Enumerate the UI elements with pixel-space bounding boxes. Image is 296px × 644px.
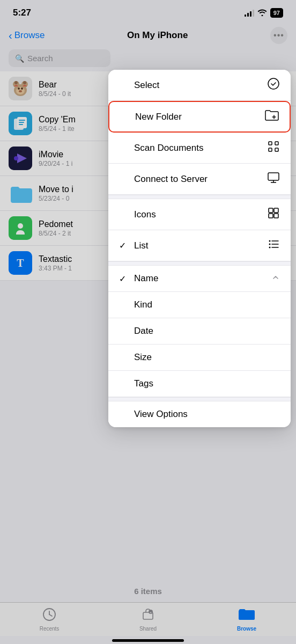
context-menu: Select New Folder Scan Documents xyxy=(108,70,291,427)
svg-rect-33 xyxy=(269,208,273,213)
menu-item-scan[interactable]: Scan Documents xyxy=(108,133,291,164)
menu-item-date[interactable]: Date xyxy=(108,318,291,345)
grid-icon xyxy=(267,207,280,222)
menu-label-size: Size xyxy=(134,352,152,363)
menu-label-select: Select xyxy=(134,80,159,91)
sort-chevron-icon xyxy=(271,273,280,284)
svg-point-40 xyxy=(269,240,271,242)
svg-point-23 xyxy=(268,78,279,89)
server-icon xyxy=(267,171,280,187)
svg-point-41 xyxy=(269,244,271,245)
menu-item-list[interactable]: ✓ List xyxy=(108,230,291,261)
menu-label-tags: Tags xyxy=(134,378,153,389)
select-icon xyxy=(267,77,280,93)
svg-rect-34 xyxy=(274,208,278,213)
menu-label-connect: Connect to Server xyxy=(134,174,208,185)
menu-check-list: ✓ xyxy=(119,240,130,251)
svg-rect-30 xyxy=(268,173,279,180)
menu-item-select[interactable]: Select xyxy=(108,70,291,101)
menu-item-view-options[interactable]: View Options xyxy=(108,401,291,427)
menu-label-sort-name: Name xyxy=(134,273,158,284)
list-icon xyxy=(267,238,280,253)
menu-item-new-folder[interactable]: New Folder xyxy=(108,101,291,133)
menu-label-view-options: View Options xyxy=(134,409,188,420)
menu-separator-3 xyxy=(108,397,291,401)
menu-item-size[interactable]: Size xyxy=(108,345,291,371)
menu-separator-2 xyxy=(108,261,291,266)
svg-rect-36 xyxy=(274,214,278,218)
menu-check-name: ✓ xyxy=(119,274,130,284)
menu-item-kind[interactable]: Kind xyxy=(108,292,291,318)
menu-item-tags[interactable]: Tags xyxy=(108,371,291,397)
menu-label-icons: Icons xyxy=(134,209,156,220)
scan-icon xyxy=(267,140,280,156)
menu-label-date: Date xyxy=(134,326,153,336)
menu-label-new-folder: New Folder xyxy=(135,112,182,122)
menu-label-scan: Scan Documents xyxy=(134,143,203,153)
new-folder-icon xyxy=(265,109,279,124)
svg-rect-35 xyxy=(269,214,273,218)
svg-rect-28 xyxy=(269,148,272,151)
svg-rect-26 xyxy=(269,142,272,145)
svg-rect-29 xyxy=(275,148,278,151)
menu-item-sort-name[interactable]: ✓ Name xyxy=(108,266,291,292)
menu-separator xyxy=(108,195,291,199)
menu-item-icons[interactable]: Icons xyxy=(108,199,291,230)
menu-label-kind: Kind xyxy=(134,299,152,310)
svg-rect-27 xyxy=(275,142,278,145)
menu-label-list: List xyxy=(134,240,148,251)
menu-item-connect[interactable]: Connect to Server xyxy=(108,164,291,195)
svg-point-42 xyxy=(269,247,271,248)
